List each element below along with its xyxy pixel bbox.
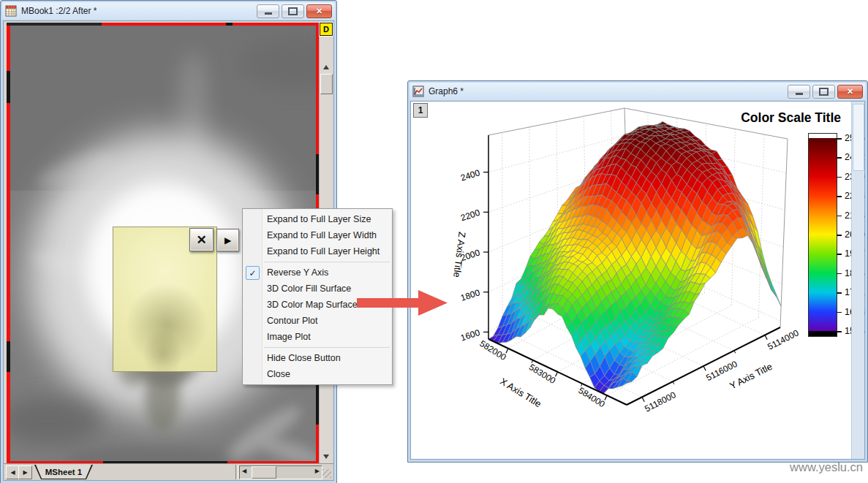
colorbar-tick [837, 138, 842, 140]
close-icon: ✕ [847, 88, 853, 96]
matrix-book-icon [5, 5, 17, 17]
color-scale-bar[interactable]: 2545244223392236213320301927182417211618… [808, 133, 837, 337]
svg-text:Z Axis Title: Z Axis Title [451, 231, 468, 278]
sheet-tab-bar: ◀ ▶ MSheet 1 ◀ ▶ [4, 463, 333, 480]
scroll-down-icon[interactable] [323, 455, 329, 459]
menu-item-reverse-y-axis[interactable]: ✓Reverse Y Axis [243, 265, 392, 281]
graph-window-titlebar[interactable]: Graph6 * ✕ [410, 83, 866, 100]
graph-window-title: Graph6 * [429, 86, 785, 96]
colorbar-gradient [809, 138, 837, 331]
graph-icon [412, 85, 424, 97]
scroll-left-icon[interactable]: ◀ [242, 468, 246, 474]
sheet-tab-msheet1[interactable]: MSheet 1 [34, 465, 93, 479]
watermark: www.yeslu.cn [746, 460, 863, 474]
colorbar-tick [837, 312, 842, 313]
colorbar-tick [837, 254, 842, 255]
right-arrow-icon: ▶ [23, 469, 27, 476]
minimize-icon [796, 93, 803, 95]
menu-item-label: Reverse Y Axis [267, 267, 328, 278]
svg-text:1600: 1600 [459, 327, 481, 343]
menu-item-close[interactable]: Close [243, 366, 392, 382]
horizontal-scrollbar-thumb[interactable] [252, 466, 276, 479]
tab-scroll-right-button[interactable]: ▶ [18, 465, 32, 479]
check-icon: ✓ [246, 266, 260, 280]
maximize-icon [288, 7, 298, 15]
svg-text:1800: 1800 [459, 287, 481, 303]
graph-minimize-button[interactable] [788, 85, 810, 99]
colorbar-tick [837, 273, 842, 275]
menu-item-label: Image Plot [267, 332, 311, 342]
colormap-surface [488, 121, 781, 393]
maximize-button[interactable] [282, 4, 304, 18]
surface-plot[interactable]: 16001800200022002400Z Axis Title58200058… [411, 102, 850, 457]
svg-text:X Axis Title: X Axis Title [498, 376, 543, 409]
menu-item-hide-close-button[interactable]: Hide Close Button [243, 350, 392, 366]
menu-item-label: Expand to Full Layer Height [267, 246, 380, 256]
colorbar-tick [837, 177, 842, 178]
graph-maximize-button[interactable] [812, 85, 835, 99]
minimize-button[interactable] [257, 4, 279, 18]
resize-grip[interactable] [322, 469, 331, 478]
left-arrow-icon: ◀ [10, 469, 15, 476]
menu-separator [264, 259, 390, 265]
colorbar-tick [837, 157, 842, 159]
menu-item-contour-plot[interactable]: Contour Plot [243, 313, 392, 329]
colorbar-tick [837, 235, 842, 236]
data-indicator-badge[interactable]: D [320, 23, 333, 36]
graph-page: 16001800200022002400Z Axis Title58200058… [410, 101, 865, 460]
region-context-menu: Expand to Full Layer SizeExpand to Full … [242, 208, 393, 385]
graph-scrollbar-thumb[interactable] [853, 104, 864, 171]
matrix-scrollbar-thumb[interactable] [320, 74, 333, 94]
colorbar-tick [837, 216, 842, 217]
scroll-right-icon[interactable]: ▶ [315, 468, 320, 474]
scroll-up-icon[interactable] [323, 65, 329, 69]
region-menu-button[interactable]: ▶ [216, 229, 239, 251]
maximize-icon [819, 88, 829, 96]
minimize-icon [265, 12, 272, 15]
menu-item-expand-to-full-layer-height[interactable]: Expand to Full Layer Height [243, 243, 392, 259]
colorbar-bottom-cap [809, 331, 837, 336]
graph-vertical-scrollbar[interactable] [851, 102, 864, 459]
menu-item-image-plot[interactable]: Image Plot [243, 329, 392, 345]
menu-separator [264, 345, 390, 350]
matrix-horizontal-scrollbar[interactable]: ◀ ▶ [239, 465, 322, 479]
sheet-tab-label: MSheet 1 [35, 465, 92, 479]
tabbar-divider [235, 465, 238, 479]
graph-close-button[interactable]: ✕ [837, 85, 863, 99]
menu-item-label: Expand to Full Layer Width [267, 230, 377, 240]
matrix-window-titlebar[interactable]: MBook1 :2/2 After * ✕ [2, 2, 335, 20]
graph-window: Graph6 * ✕ 16001800200022002400Z Axis Ti… [407, 80, 868, 463]
region-close-button[interactable]: ✕ [189, 228, 214, 251]
color-scale-title: Color Scale Title [741, 110, 841, 126]
menu-item-expand-to-full-layer-size[interactable]: Expand to Full Layer Size [243, 211, 392, 227]
region-menu-arrow-icon: ▶ [224, 235, 231, 246]
menu-item-label: Expand to Full Layer Size [267, 214, 371, 224]
menu-item-label: 3D Color Map Surface [267, 300, 358, 310]
svg-text:2200: 2200 [459, 208, 481, 224]
close-button[interactable]: ✕ [306, 4, 332, 18]
colorbar-tick [837, 196, 842, 197]
close-icon: ✕ [316, 7, 322, 15]
menu-item-3d-color-fill-surface[interactable]: 3D Color Fill Surface [243, 281, 392, 297]
screenshot-stage: MBook1 :2/2 After * ✕ [0, 0, 868, 483]
svg-text:2400: 2400 [459, 167, 481, 183]
colorbar-tick [837, 331, 842, 332]
menu-item-label: Hide Close Button [267, 353, 341, 363]
menu-item-label: Contour Plot [267, 316, 317, 326]
colorbar-tick [837, 292, 842, 294]
menu-item-label: Close [267, 369, 290, 379]
region-close-icon: ✕ [196, 232, 206, 248]
menu-item-expand-to-full-layer-width[interactable]: Expand to Full Layer Width [243, 227, 392, 243]
menu-item-3d-color-map-surface[interactable]: 3D Color Map Surface [243, 297, 392, 313]
menu-item-label: 3D Color Fill Surface [267, 284, 351, 294]
matrix-window-title: MBook1 :2/2 After * [21, 6, 254, 16]
layer-badge[interactable]: 1 [413, 103, 428, 118]
